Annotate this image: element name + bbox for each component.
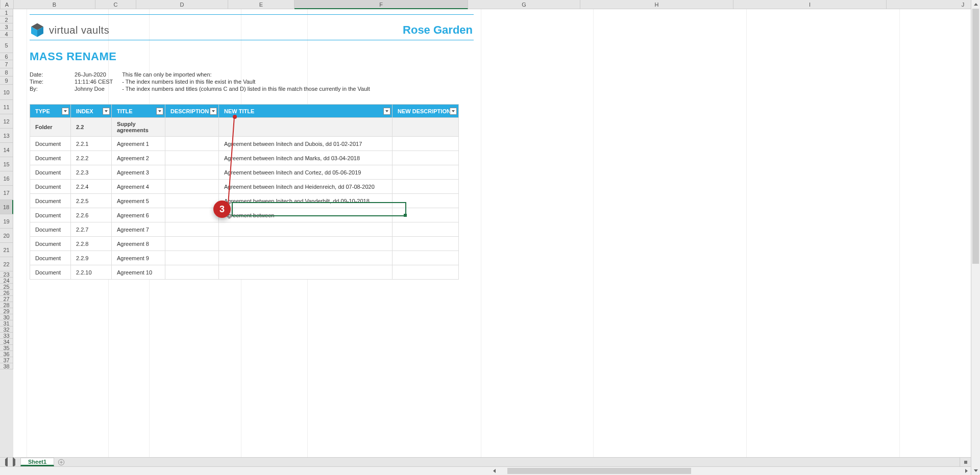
cell-index[interactable]: 2.2.10 xyxy=(71,265,112,280)
column-header[interactable]: J xyxy=(887,0,980,9)
filter-icon[interactable] xyxy=(156,108,163,115)
row-header[interactable]: 19 xyxy=(0,214,13,229)
cell-index[interactable]: 2.2.1 xyxy=(71,137,112,151)
column-header[interactable]: H xyxy=(580,0,733,9)
cell-index[interactable]: 2.2.6 xyxy=(71,208,112,222)
cell-index[interactable]: 2.2.9 xyxy=(71,251,112,265)
cell-description[interactable] xyxy=(165,222,219,237)
cell-new-title[interactable]: Agreement between Initech and Vanderbilt… xyxy=(219,194,393,208)
hscroll-thumb[interactable] xyxy=(507,468,691,474)
cell-new-title[interactable]: Agreement between Initech and Cortez, dd… xyxy=(219,165,393,180)
th-new-description[interactable]: NEW DESCRIPTION xyxy=(393,105,459,118)
cell-type[interactable]: Document xyxy=(30,222,71,237)
cell-title[interactable]: Agreement 4 xyxy=(112,180,165,194)
row-header[interactable]: 35 xyxy=(0,345,13,351)
column-header[interactable]: F xyxy=(295,0,468,9)
row-header[interactable]: 38 xyxy=(0,363,13,369)
cell-description[interactable] xyxy=(165,208,219,222)
row-header[interactable]: 32 xyxy=(0,327,13,333)
sheet-tab[interactable]: Sheet1 xyxy=(20,458,54,466)
sheet-canvas[interactable]: virtual vaults Rose Garden MASS RENAME D… xyxy=(13,9,971,457)
cell-type[interactable]: Document xyxy=(30,265,71,280)
cell-description[interactable] xyxy=(165,118,219,137)
cell-new-title[interactable]: Agreement between Initech and Dubois, dd… xyxy=(219,137,393,151)
cell-description[interactable] xyxy=(165,137,219,151)
column-header[interactable]: D xyxy=(136,0,228,9)
column-header[interactable]: C xyxy=(95,0,136,9)
column-header[interactable]: G xyxy=(468,0,580,9)
cell-title[interactable]: Agreement 8 xyxy=(112,237,165,251)
cell-title[interactable]: Agreement 6 xyxy=(112,208,165,222)
row-header[interactable]: 27 xyxy=(0,296,13,302)
vertical-scrollbar[interactable] xyxy=(971,0,980,475)
cell-new-description[interactable] xyxy=(393,251,459,265)
add-sheet-button[interactable] xyxy=(55,458,67,466)
cell-title[interactable]: Agreement 3 xyxy=(112,165,165,180)
row-header[interactable]: 21 xyxy=(0,243,13,257)
row-header[interactable]: 17 xyxy=(0,186,13,200)
cell-new-description[interactable] xyxy=(393,222,459,237)
select-all-corner[interactable] xyxy=(0,0,1,9)
vscroll-thumb[interactable] xyxy=(972,9,979,264)
th-index[interactable]: INDEX xyxy=(71,105,112,118)
cell-type[interactable]: Document xyxy=(30,237,71,251)
cell-title[interactable]: Agreement 5 xyxy=(112,194,165,208)
th-title[interactable]: TITLE xyxy=(112,105,165,118)
row-header[interactable]: 30 xyxy=(0,314,13,320)
vscroll-down-icon[interactable] xyxy=(971,466,980,475)
column-header[interactable]: I xyxy=(733,0,887,9)
sheet-nav-prev-icon[interactable] xyxy=(5,459,8,465)
row-header[interactable]: 4 xyxy=(0,31,13,38)
filter-icon[interactable] xyxy=(62,108,69,115)
cell-index[interactable]: 2.2.7 xyxy=(71,222,112,237)
row-header[interactable]: 26 xyxy=(0,290,13,296)
row-header[interactable]: 22 xyxy=(0,257,13,271)
hscroll-left-icon[interactable] xyxy=(490,467,499,476)
cell-title[interactable]: Agreement 7 xyxy=(112,222,165,237)
cell-title[interactable]: Agreement 2 xyxy=(112,151,165,165)
row-header[interactable]: 23 xyxy=(0,271,13,278)
filter-icon[interactable] xyxy=(450,108,457,115)
row-header[interactable]: 10 xyxy=(0,85,13,100)
th-description[interactable]: DESCRIPTION xyxy=(165,105,219,118)
row-header[interactable]: 14 xyxy=(0,143,13,157)
sheet-status-box[interactable] xyxy=(960,458,971,466)
cell-type[interactable]: Folder xyxy=(30,118,71,137)
cell-index[interactable]: 2.2 xyxy=(71,118,112,137)
column-header[interactable]: B xyxy=(14,0,95,9)
cell-description[interactable] xyxy=(165,251,219,265)
column-header[interactable]: E xyxy=(228,0,295,9)
cell-index[interactable]: 2.2.5 xyxy=(71,194,112,208)
vscroll-up-icon[interactable] xyxy=(971,0,980,9)
filter-icon[interactable] xyxy=(210,108,217,115)
filter-icon[interactable] xyxy=(383,108,390,115)
cell-description[interactable] xyxy=(165,151,219,165)
cell-index[interactable]: 2.2.8 xyxy=(71,237,112,251)
row-header[interactable]: 29 xyxy=(0,308,13,314)
row-header[interactable]: 12 xyxy=(0,114,13,129)
cell-new-description[interactable] xyxy=(393,151,459,165)
row-header[interactable]: 3 xyxy=(0,23,13,31)
cell-new-title[interactable] xyxy=(219,118,393,137)
cell-new-title[interactable]: Agreement between xyxy=(219,208,393,222)
horizontal-scrollbar[interactable] xyxy=(0,466,971,475)
cell-type[interactable]: Document xyxy=(30,151,71,165)
row-header[interactable]: 18 xyxy=(0,200,13,214)
cell-type[interactable]: Document xyxy=(30,137,71,151)
cell-title[interactable]: Agreement 1 xyxy=(112,137,165,151)
row-header[interactable]: 33 xyxy=(0,333,13,339)
row-header[interactable]: 20 xyxy=(0,229,13,243)
cell-description[interactable] xyxy=(165,194,219,208)
cell-type[interactable]: Document xyxy=(30,208,71,222)
row-header[interactable]: 9 xyxy=(0,77,13,85)
cell-new-title[interactable] xyxy=(219,265,393,280)
row-header[interactable]: 6 xyxy=(0,53,13,60)
row-header[interactable]: 16 xyxy=(0,171,13,186)
row-header[interactable]: 8 xyxy=(0,68,13,77)
cell-new-description[interactable] xyxy=(393,194,459,208)
cell-type[interactable]: Document xyxy=(30,165,71,180)
cell-new-description[interactable] xyxy=(393,208,459,222)
hscroll-right-icon[interactable] xyxy=(962,467,971,476)
cell-title[interactable]: Agreement 9 xyxy=(112,251,165,265)
row-header[interactable]: 31 xyxy=(0,320,13,327)
